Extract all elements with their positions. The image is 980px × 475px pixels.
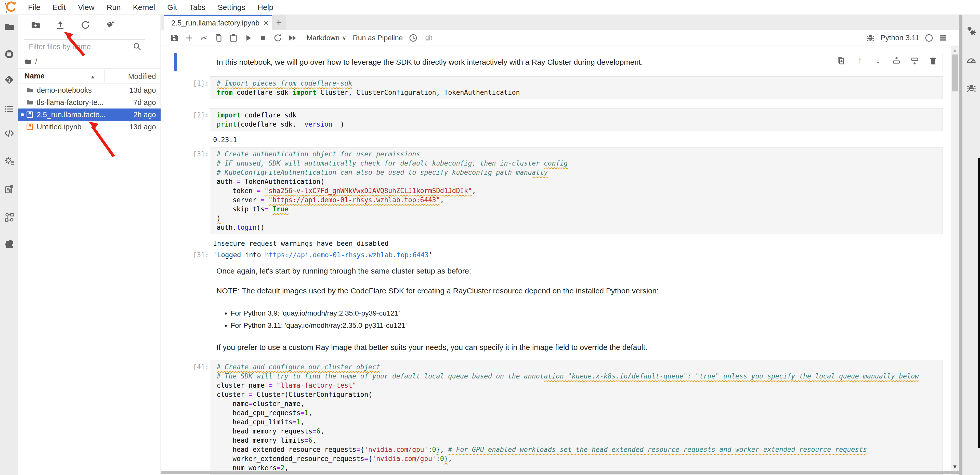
folder-icon: [26, 86, 33, 94]
file-browser-icon[interactable]: [4, 22, 14, 32]
horizontal-scrollbar[interactable]: [161, 471, 963, 474]
delete-cell-trash-icon[interactable]: [929, 56, 937, 65]
scheduler-clock-icon[interactable]: [409, 33, 417, 42]
menu-tabs[interactable]: Tabs: [183, 3, 212, 12]
markdown-paragraph: NOTE: The default images used by the Cod…: [216, 286, 959, 295]
restart-kernel-icon[interactable]: [274, 33, 282, 42]
file-row-untitled[interactable]: Untitled.ipynb 13d ago: [18, 121, 161, 133]
file-row-demo-notebooks[interactable]: demo-notebooks 13d ago: [18, 84, 161, 96]
menu-settings[interactable]: Settings: [212, 3, 251, 12]
markdown-text: In this notebook, we will go over how to…: [216, 58, 643, 67]
git-status-label: git: [425, 34, 432, 42]
move-cell-down-icon[interactable]: ↓: [874, 56, 882, 65]
panel-divider[interactable]: [959, 15, 963, 475]
column-header-name[interactable]: Name: [24, 72, 45, 80]
sort-ascending-icon[interactable]: ▲: [90, 74, 95, 80]
code-editor[interactable]: # Create and configure our cluster objec…: [210, 360, 943, 475]
code-editor[interactable]: # Create authentication object for user …: [210, 147, 943, 234]
move-cell-up-icon[interactable]: ↑: [855, 56, 864, 65]
insert-cell-below-icon[interactable]: [910, 56, 919, 65]
menu-git[interactable]: Git: [161, 3, 183, 12]
insert-cell-above-icon[interactable]: [892, 56, 901, 65]
markdown-cell-intro[interactable]: In this notebook, we will go over how to…: [161, 53, 959, 71]
right-activity-bar: [963, 15, 980, 475]
menu-kernel[interactable]: Kernel: [127, 3, 161, 12]
debugger-bug-icon[interactable]: [966, 83, 977, 93]
filter-files-box[interactable]: [24, 39, 145, 54]
cell-type-dropdown[interactable]: Markdown ∨: [307, 34, 346, 42]
menu-bar: File Edit View Run Kernel Git Tabs Setti…: [0, 0, 980, 15]
resource-usage-gauge-icon[interactable]: [966, 55, 977, 65]
tab-bar: 2.5_run.llama.factory.ipynb × +: [161, 15, 959, 30]
chevron-down-icon: ∨: [342, 35, 346, 41]
breadcrumb[interactable]: /: [24, 57, 37, 66]
file-modified: 13d ago: [129, 86, 156, 94]
upload-button[interactable]: [56, 21, 65, 30]
pipeline-components-icon[interactable]: [4, 212, 14, 222]
cell-3-result: [3]: 'Logged into https://api.demo-01-rh…: [161, 251, 959, 260]
file-row-tls-llama-factory[interactable]: tls-llama-factory-te... 7d ago: [18, 96, 161, 108]
run-cell-icon[interactable]: [244, 33, 253, 42]
menu-file[interactable]: File: [22, 3, 46, 12]
new-tag-button[interactable]: [105, 21, 115, 30]
cell-prompt: [3]:: [161, 147, 210, 234]
refresh-button[interactable]: [81, 21, 90, 30]
toolbar-right: Python 3.11: [866, 33, 947, 42]
duplicate-cell-icon[interactable]: [837, 56, 846, 65]
file-list-header: Name ▲ Modified: [18, 69, 161, 84]
code-editor[interactable]: import codeflare_sdkprint(codeflare_sdk.…: [210, 108, 943, 131]
column-header-modified[interactable]: Modified: [128, 72, 156, 81]
kernel-name[interactable]: Python 3.11: [880, 33, 920, 42]
git-icon[interactable]: [4, 75, 14, 85]
code-snippets-icon[interactable]: [4, 184, 14, 194]
extensions-code-icon[interactable]: [4, 128, 14, 138]
notebook-vertical-scrollbar[interactable]: ▲ ▼: [951, 46, 959, 475]
cell-toolbar: ↑ ↓: [837, 56, 937, 65]
scroll-up-icon[interactable]: ▲: [951, 48, 959, 53]
file-row-2-5-run-llama-factory[interactable]: 2.5_run.llama.facto... 2h ago: [18, 108, 161, 121]
notebook-icon: [26, 111, 33, 118]
cell-type-value: Markdown: [307, 34, 339, 42]
hamburger-menu-icon[interactable]: [939, 33, 947, 42]
save-icon[interactable]: [170, 33, 179, 42]
cut-cells-icon[interactable]: ✂: [200, 33, 208, 42]
run-as-pipeline-button[interactable]: Run as Pipeline: [353, 34, 403, 42]
code-cell-2[interactable]: [2]: import codeflare_sdkprint(codeflare…: [161, 108, 959, 131]
menu-run[interactable]: Run: [101, 3, 127, 12]
code-editor[interactable]: # Import pieces from codeflare-sdkfrom c…: [210, 76, 943, 99]
menu-view[interactable]: View: [72, 3, 100, 12]
new-folder-button[interactable]: [31, 21, 41, 30]
markdown-cell-cluster-setup[interactable]: Once again, let's start by running throu…: [216, 267, 959, 352]
extension-manager-puzzle-icon[interactable]: [4, 239, 14, 249]
menu-help[interactable]: Help: [251, 3, 279, 12]
new-tab-button[interactable]: +: [272, 15, 286, 30]
scrollbar-thumb[interactable]: [952, 54, 958, 91]
notebook-content[interactable]: In this notebook, we will go over how to…: [161, 46, 959, 475]
code-cell-4[interactable]: [4]: # Create and configure our cluster …: [161, 360, 959, 475]
file-name: tls-llama-factory-te...: [37, 98, 104, 107]
paste-cells-icon[interactable]: [229, 33, 238, 42]
add-cell-icon[interactable]: [185, 33, 194, 42]
markdown-list-item: For Python 3.9: 'quay.io/modh/ray:2.35.0…: [231, 307, 959, 319]
table-of-contents-icon[interactable]: [4, 104, 14, 114]
code-cell-3[interactable]: [3]: # Create authentication object for …: [161, 147, 959, 234]
property-inspector-gears-icon[interactable]: [966, 26, 977, 36]
property-inspector-icon[interactable]: [4, 156, 14, 166]
restart-run-all-icon[interactable]: [288, 33, 297, 42]
scroll-down-icon[interactable]: ▼: [951, 464, 959, 470]
output-value: 'Logged into https://api.demo-01-rhsys.w…: [213, 251, 959, 260]
cell-prompt: [161, 53, 210, 71]
cell-2-output: 0.23.1: [213, 135, 959, 145]
close-tab-icon[interactable]: ×: [264, 19, 269, 27]
filter-files-input[interactable]: [29, 43, 133, 51]
menu-edit[interactable]: Edit: [46, 3, 72, 12]
running-sessions-icon[interactable]: [4, 49, 14, 59]
cell-prompt: [4]:: [161, 360, 210, 475]
copy-cells-icon[interactable]: [214, 33, 223, 42]
tab-notebook[interactable]: 2.5_run.llama.factory.ipynb ×: [164, 15, 272, 30]
code-cell-1[interactable]: [1]: # Import pieces from codeflare-sdkf…: [161, 76, 959, 99]
debugger-bug-icon[interactable]: [866, 33, 875, 42]
stop-kernel-icon[interactable]: [259, 33, 267, 42]
cell-prompt: [1]:: [161, 76, 210, 99]
kernel-status-icon[interactable]: [925, 34, 933, 42]
